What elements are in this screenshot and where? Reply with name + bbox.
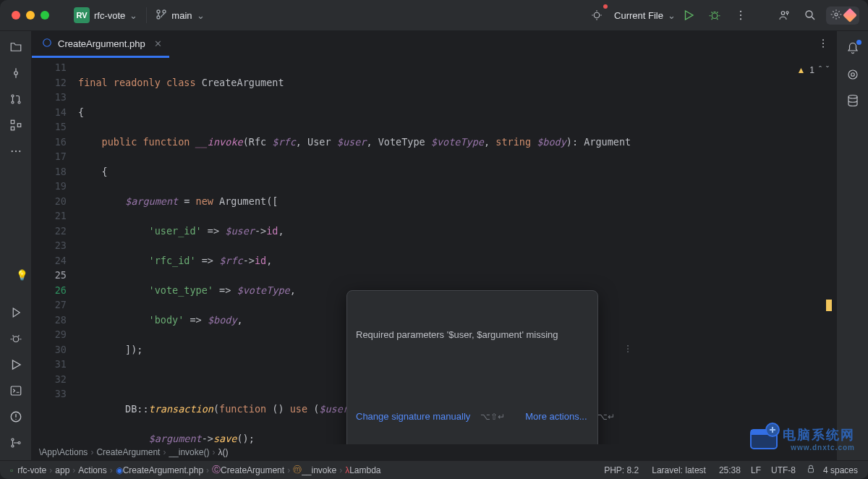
svg-point-19 [11,151,12,152]
next-highlight-icon[interactable]: ˇ [826,63,829,78]
notifications-icon[interactable] [838,35,867,62]
problems-tool-icon[interactable] [1,404,30,430]
error-stripe-marker[interactable] [826,300,832,311]
svg-rect-38 [808,468,813,472]
svg-point-11 [835,13,838,16]
indent-status[interactable]: 4 spaces [823,465,858,475]
tab-filename: CreateArgument.php [58,38,145,49]
close-window[interactable] [12,11,20,20]
ai-diamond-icon [843,8,857,22]
php-file-icon: ◉ [116,465,123,475]
run-config-label[interactable]: Current File [614,10,663,21]
ai-tool-icon[interactable] [838,62,867,88]
run-tool-icon[interactable] [1,352,30,378]
svg-rect-23 [11,386,21,395]
pull-requests-icon[interactable] [1,86,30,112]
separator [146,7,147,23]
project-name[interactable]: rfc-vote [94,10,125,21]
more-icon[interactable] [728,2,754,28]
vcs-tool-icon[interactable] [1,430,30,456]
svg-point-32 [822,39,824,41]
inspection-popup: Required parameters '$user, $argument' m… [346,290,598,460]
php-version[interactable]: PHP: 8.2 [604,465,639,475]
navbar-item[interactable]: CreateArgument [221,465,284,475]
svg-rect-17 [11,127,14,130]
project-tool-icon[interactable] [1,34,30,60]
popup-more-icon[interactable] [564,328,633,373]
svg-point-6 [740,14,741,16]
crumb[interactable]: λ() [218,447,228,457]
php-file-icon [42,38,52,50]
svg-point-8 [781,12,785,15]
tab-more-icon[interactable] [817,38,829,51]
navbar-item[interactable]: app [55,465,69,475]
warning-icon: ▲ [796,63,805,78]
debug-tool-icon[interactable] [1,326,30,352]
search-icon[interactable] [797,2,823,28]
run-icon[interactable] [676,2,702,28]
chevron-down-icon[interactable]: ⌄ [129,10,137,21]
debug-icon[interactable] [702,2,728,28]
line-separator[interactable]: LF [751,465,761,475]
intention-bulb-icon[interactable]: 💡 [16,268,28,283]
crumb[interactable]: \App\Actions [39,447,88,457]
minimize-window[interactable] [26,11,35,20]
svg-point-26 [12,445,14,447]
svg-rect-16 [11,120,14,124]
navbar-item[interactable]: rfc-vote [17,465,46,475]
terminal-tool-icon[interactable] [1,378,30,404]
inspection-widgets[interactable]: ▲ 1 ˆ ˇ [796,63,829,78]
branch-icon [156,9,167,22]
services-tool-icon[interactable] [1,300,30,326]
status-dot-icon: ▫ [10,465,13,475]
prev-highlight-icon[interactable]: ˆ [819,63,822,78]
caret-position[interactable]: 25:38 [719,465,741,475]
svg-point-35 [627,345,629,347]
laravel-version[interactable]: Laravel: latest [652,465,706,475]
svg-point-31 [43,38,51,46]
svg-point-9 [786,12,788,14]
gear-icon [830,9,842,22]
code-with-me-icon[interactable] [771,2,797,28]
editor[interactable]: ▲ 1 ˆ ˇ 111213 141516 171819 202122 2324… [32,59,836,444]
popup-shortcut: ⌥⇧↵ [480,410,505,425]
database-tool-icon[interactable] [838,88,867,114]
svg-point-27 [18,442,20,444]
file-encoding[interactable]: UTF-8 [771,465,796,475]
more-tools-icon[interactable] [1,138,30,164]
close-tab-icon[interactable]: ✕ [154,38,162,49]
debug-inspect-icon[interactable] [584,2,610,28]
svg-point-37 [627,351,629,352]
navbar-item[interactable]: __invoke [302,465,336,475]
branch-name[interactable]: main [171,10,192,21]
navbar-item[interactable]: Actions [78,465,106,475]
popup-action-change-signature[interactable]: Change signature manually [356,410,470,425]
chevron-down-icon[interactable]: ⌄ [668,10,676,21]
svg-point-1 [157,16,160,19]
gutter[interactable]: 111213 141516 171819 202122 2324 25💡 262… [32,59,77,444]
svg-point-25 [12,438,14,441]
svg-point-22 [13,336,19,342]
chevron-down-icon[interactable]: ⌄ [197,10,205,21]
code-area[interactable]: final readonly class CreateArgument { pu… [77,59,836,444]
watermark-icon [746,421,781,456]
maximize-window[interactable] [41,11,49,20]
commit-tool-icon[interactable] [1,60,30,86]
structure-tool-icon[interactable] [1,112,30,138]
error-badge [603,4,608,9]
tab-createargument[interactable]: CreateArgument.php ✕ [32,31,169,58]
watermark: 电脑系统网 www.dnxtc.com [783,426,855,452]
navbar-item[interactable]: CreateArgument.php [123,465,203,475]
readonly-toggle-icon[interactable] [806,464,816,476]
svg-point-7 [740,18,741,20]
navbar-item[interactable]: Lambda [349,465,380,475]
svg-point-4 [712,13,718,19]
crumb[interactable]: __invoke() [169,447,209,457]
crumb[interactable]: CreateArgument [96,447,160,457]
warning-count: 1 [809,63,814,78]
popup-action-more[interactable]: More actions... [525,410,587,425]
breadcrumbs[interactable]: \App\Actions› CreateArgument› __invoke()… [32,444,836,460]
ai-assistant-button[interactable] [826,7,859,25]
svg-point-14 [12,101,14,103]
svg-point-33 [822,43,824,44]
